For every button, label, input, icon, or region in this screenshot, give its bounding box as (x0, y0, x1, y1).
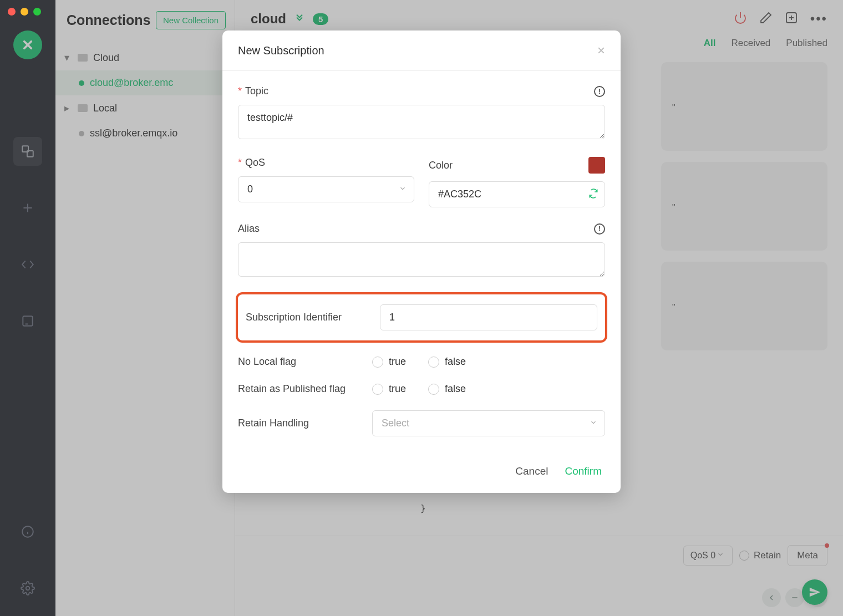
chevron-down-icon (399, 185, 407, 195)
color-label: Color (429, 160, 453, 171)
traffic-lights (8, 8, 41, 16)
radio-circle-icon (372, 357, 383, 368)
no-local-false-radio[interactable]: false (428, 356, 466, 368)
close-modal-button[interactable]: × (597, 43, 605, 58)
radio-circle-icon (428, 384, 439, 395)
topic-input[interactable] (238, 105, 605, 139)
modal-overlay[interactable]: New Subscription × * Topic ! * (0, 0, 843, 616)
qos-label: QoS (245, 157, 265, 169)
sub-id-label: Subscription Identifier (246, 312, 367, 323)
info-icon[interactable]: ! (594, 223, 605, 235)
color-swatch[interactable] (588, 157, 605, 174)
close-window-button[interactable] (8, 8, 16, 16)
radio-circle-icon (428, 357, 439, 368)
minimize-window-button[interactable] (21, 8, 28, 16)
color-input[interactable] (429, 181, 605, 207)
refresh-color-button[interactable] (588, 189, 598, 201)
retain-pub-label: Retain as Published flag (238, 383, 359, 395)
maximize-window-button[interactable] (33, 8, 41, 16)
chevron-down-icon (590, 419, 597, 429)
retain-handling-select[interactable]: Select (372, 410, 605, 436)
cancel-button[interactable]: Cancel (515, 465, 548, 477)
info-icon[interactable]: ! (594, 86, 605, 97)
retain-pub-false-radio[interactable]: false (428, 383, 466, 395)
no-local-label: No Local flag (238, 356, 359, 368)
retain-pub-true-radio[interactable]: true (372, 383, 406, 395)
no-local-true-radio[interactable]: true (372, 356, 406, 368)
qos-select[interactable]: 0 (238, 176, 414, 202)
subscription-identifier-highlight: Subscription Identifier (236, 292, 607, 343)
alias-input[interactable] (238, 242, 605, 277)
sub-id-input[interactable] (380, 304, 597, 330)
topic-label: Topic (245, 85, 268, 97)
alias-label: Alias (238, 223, 260, 235)
modal-title: New Subscription (238, 44, 324, 57)
radio-circle-icon (372, 384, 383, 395)
new-subscription-modal: New Subscription × * Topic ! * (222, 30, 621, 493)
required-star-icon: * (238, 85, 242, 97)
confirm-button[interactable]: Confirm (565, 465, 602, 477)
retain-handling-label: Retain Handling (238, 418, 359, 429)
required-star-icon: * (238, 157, 242, 169)
